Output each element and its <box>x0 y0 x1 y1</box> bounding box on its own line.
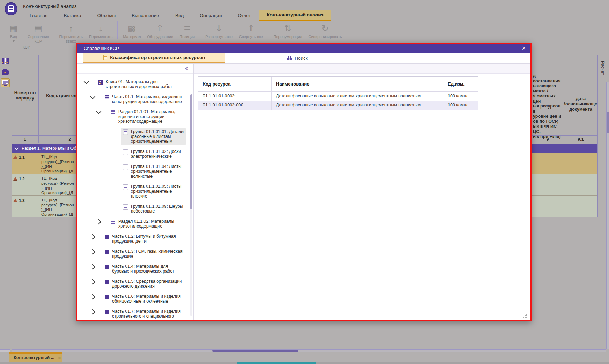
menu-tab[interactable]: Вид <box>167 10 192 21</box>
ribbon-button[interactable]: ≣ Позиция <box>176 21 200 39</box>
ribbon-button-label: Справочник КСР <box>28 35 49 43</box>
tree-item[interactable]: Группа 01.1.01.05: Листы хризотилцементн… <box>80 183 186 200</box>
tree-item[interactable]: Раздел 01.1.01: Материалы, изделия и кон… <box>80 108 186 125</box>
tree-chevron-icon[interactable] <box>90 94 96 99</box>
material-icon: ▩ <box>128 23 136 34</box>
tree-chevron-icon[interactable] <box>90 264 96 270</box>
tree-chevron-icon[interactable] <box>90 234 96 240</box>
ribbon-button[interactable]: ⇅ Перенумерация <box>270 21 305 39</box>
vertical-scrollbar-thumb[interactable] <box>607 112 609 133</box>
ribbon-button[interactable]: ⇧ Оборудование <box>144 21 176 39</box>
row-code: ТЦ_{Код ресурса}_{Регион}_{ИН Организаци… <box>38 153 76 174</box>
collapse-panel-icon[interactable]: « <box>185 64 188 72</box>
menu-tab[interactable]: Выполнение <box>124 10 167 21</box>
tree-chevron-icon[interactable] <box>96 109 102 114</box>
classifier-tree-panel: « Книга 01: Материалы для строительных и… <box>77 64 194 320</box>
menu-tab[interactable]: Вставка <box>55 10 89 21</box>
resource-table-header: Код ресурса Наименование Ед.изм. <box>198 77 478 91</box>
tree-scrollbar[interactable] <box>190 94 192 316</box>
ribbon-button[interactable]: ↑ Переместить вверх <box>56 21 86 43</box>
tree-item[interactable]: Часть 01.2: Битумы и битумная продукция,… <box>80 233 186 245</box>
menu-tab[interactable]: Главная <box>22 10 55 21</box>
calc-side-tab[interactable]: Расчет <box>597 55 608 81</box>
ic-group <box>123 129 128 135</box>
ribbon-button[interactable]: ▩ Материал <box>120 21 144 39</box>
section-chevron-icon[interactable] <box>14 146 19 150</box>
row-code: ТЦ_{Код ресурса}_{Регион}_{ИН Организаци… <box>38 174 76 195</box>
ribbon-button-label: Позиция <box>179 35 195 39</box>
tree-scrollbar-thumb[interactable] <box>190 94 192 209</box>
dialog-title: Справочник КСР <box>84 46 119 51</box>
monitor-icon[interactable] <box>1 78 10 87</box>
tree-chevron-icon[interactable] <box>90 279 96 285</box>
ic-part <box>104 309 109 315</box>
ribbon-button[interactable]: ⇑ Свернуть все <box>236 21 268 39</box>
tab-search[interactable]: Поиск <box>225 53 369 63</box>
menu-tab[interactable]: Отчет <box>230 10 259 21</box>
tree-item[interactable]: Часть 01.1: Материалы, изделия и констру… <box>80 93 186 105</box>
tree-item-label: Часть 01.7: Материалы и изделия строител… <box>112 309 184 320</box>
tree-item[interactable]: Часть 01.6: Материалы и изделия облицово… <box>80 293 186 305</box>
ribbon-button[interactable]: ⇓ Развернуть все <box>202 21 236 39</box>
bottom-tab-label: Конъюнктурный ... <box>14 355 54 360</box>
tree-item[interactable]: Группа 01.1.01.02: Доски электротехничес… <box>80 148 186 160</box>
dialog-title-bar[interactable]: Справочник КСР × <box>77 44 530 53</box>
tree-item[interactable]: Группа 01.1.01.01: Детали фасонные к лис… <box>80 128 186 145</box>
tree-item[interactable]: Раздел 01.1.02: Материалы хризотилсодерж… <box>80 218 186 230</box>
toolbox-icon[interactable] <box>1 67 10 76</box>
tree-item[interactable]: Часть 01.4: Материалы для буровых и прох… <box>80 263 186 275</box>
tree-item[interactable]: Книга 01: Материалы для строительных и д… <box>80 78 186 90</box>
books-icon[interactable] <box>1 57 10 66</box>
table-row[interactable]: 01.1.01.01-0002-000 Детали фасонные конь… <box>198 101 478 110</box>
tree-item-label: Часть 01.5: Средства организации дорожно… <box>112 279 184 289</box>
tree-chevron-icon[interactable] <box>90 294 96 300</box>
dialog-tab-bar: Классификатор строительных ресурсов Поис… <box>77 53 530 64</box>
tree-item-label: Раздел 01.1.01: Материалы, изделия и кон… <box>118 109 184 124</box>
header-resource-code: Код ресурса <box>198 77 272 91</box>
horizontal-scrollbar[interactable] <box>12 349 606 352</box>
ribbon-button[interactable]: ↻ Синхронизировать <box>305 21 345 39</box>
column-number-9-1: 9.1 <box>564 135 597 143</box>
menu-tab[interactable]: Конъюнктурный анализ <box>259 10 331 21</box>
tab-classifier[interactable]: Классификатор строительных ресурсов <box>83 53 225 63</box>
ribbon-tab-bar: Главная Вставка Объёмы Выполнение Вид Оп… <box>22 10 331 21</box>
application-window: Конъюнктурный анализ Главная Вставка Объ… <box>0 0 609 364</box>
expand-all-icon: ⇓ <box>215 23 223 34</box>
tree-item[interactable]: Часть 01.3: ГСМ, газы, химическая продук… <box>80 248 186 260</box>
menu-tab-label: Вид <box>175 13 184 18</box>
cell-name: Детали фасонные коньковые к листам хризо… <box>272 91 443 101</box>
header-name: Наименование <box>272 77 443 91</box>
tree-item[interactable]: Группа 01.1.01.04: Листы хризотилцементн… <box>80 163 186 180</box>
worksheet-right-border <box>597 81 598 217</box>
tree-chevron-icon[interactable] <box>90 309 96 315</box>
menu-tab[interactable]: Операции <box>192 10 230 21</box>
cell-unit: 100 компл <box>443 101 468 110</box>
bottom-document-tab[interactable]: Конъюнктурный ... × <box>9 352 62 362</box>
reference-book-icon: ▤ <box>34 23 42 34</box>
vertical-scrollbar[interactable] <box>606 82 609 349</box>
tab-search-label: Поиск <box>295 55 307 61</box>
tree-item[interactable]: Часть 01.7: Материалы и изделия строител… <box>80 308 186 320</box>
cell-resource-code: 01.1.01.01-0002 <box>198 91 272 101</box>
table-row[interactable]: 01.1.01.01-0002 Детали фасонные коньковы… <box>198 91 478 101</box>
tree-item[interactable]: Группа 01.1.01.09: Шнуры асбестовые <box>80 203 186 215</box>
tree-chevron-icon[interactable] <box>84 79 89 84</box>
resource-table: Код ресурса Наименование Ед.изм. 01.1.01… <box>198 76 478 110</box>
row-number: 1.3 <box>19 198 25 203</box>
ic-section <box>110 110 116 116</box>
menu-tab[interactable]: Объёмы <box>89 10 124 21</box>
ribbon-button[interactable]: ▤ Справочник КСР <box>24 21 54 43</box>
bottom-tab-close-icon[interactable]: × <box>58 355 61 361</box>
tree-chevron-icon[interactable] <box>96 219 102 225</box>
tree-item[interactable]: Часть 01.5: Средства организации дорожно… <box>80 278 186 290</box>
tree-chevron-icon[interactable] <box>90 249 96 255</box>
tree-item-label: Часть 01.1: Материалы, изделия и констру… <box>112 94 184 104</box>
cell-unit: 100 компл <box>443 91 468 101</box>
ribbon-button[interactable]: ↓ Переместить <box>86 21 118 39</box>
horizontal-scrollbar-thumb[interactable] <box>212 350 298 352</box>
dropdown-caret-icon <box>12 40 15 42</box>
resize-grip[interactable] <box>523 314 527 318</box>
dialog-close-icon[interactable]: × <box>522 45 526 51</box>
ribbon-button[interactable]: ▦ Вид <box>3 21 24 42</box>
warning-icon <box>13 177 17 180</box>
